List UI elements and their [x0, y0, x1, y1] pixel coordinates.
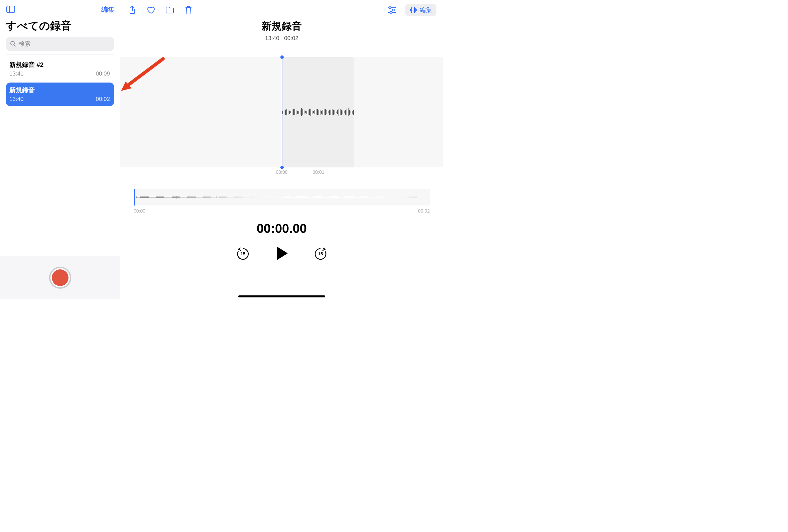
svg-point-12 — [390, 12, 392, 13]
folder-button[interactable] — [164, 5, 175, 15]
svg-rect-0 — [7, 6, 15, 13]
search-field[interactable] — [6, 37, 114, 51]
favorite-button[interactable] — [146, 5, 156, 15]
sidebar-title: すべての録音 — [0, 17, 120, 37]
recording-item[interactable]: 新規録音 #2 13:41 00:09 — [6, 57, 114, 81]
svg-marker-20 — [277, 247, 288, 260]
overview-playhead[interactable] — [134, 189, 135, 205]
search-icon — [10, 41, 16, 47]
recording-duration: 00:09 — [96, 71, 110, 77]
tick-label: 00:01 — [313, 170, 324, 175]
waveform-ticks: 00:00 00:01 — [120, 168, 443, 177]
home-indicator[interactable] — [238, 295, 325, 297]
waveform-icon — [410, 7, 417, 13]
sidebar-edit-button[interactable]: 編集 — [101, 5, 115, 14]
svg-text:15: 15 — [318, 251, 323, 256]
play-button[interactable] — [274, 245, 290, 261]
recording-header: 新規録音 13:40 00:02 — [120, 19, 443, 42]
record-button[interactable] — [49, 267, 71, 289]
sidebar-topbar: 編集 — [0, 0, 120, 17]
record-icon — [52, 269, 68, 286]
playback-time: 00:00.00 — [120, 221, 443, 236]
overview-waveform[interactable] — [134, 189, 430, 205]
svg-text:15: 15 — [241, 251, 245, 256]
share-button[interactable] — [127, 5, 138, 15]
overview-end-label: 00:02 — [418, 208, 430, 214]
recording-time: 13:40 — [9, 96, 24, 103]
skip-back-button[interactable]: 15 — [236, 246, 250, 261]
overview-bars — [136, 195, 427, 199]
svg-point-8 — [389, 7, 391, 9]
main-toolbar: 編集 — [120, 0, 443, 19]
svg-point-4 — [8, 10, 8, 11]
recording-header-time: 13:40 — [265, 35, 279, 41]
svg-point-10 — [392, 9, 394, 11]
options-button[interactable] — [386, 5, 397, 15]
sliders-icon — [387, 6, 396, 14]
trash-icon — [184, 5, 193, 15]
heart-icon — [146, 6, 156, 14]
sidebar-footer — [0, 256, 120, 299]
waveform-main[interactable] — [120, 57, 443, 168]
play-icon — [274, 245, 290, 261]
delete-button[interactable] — [183, 5, 194, 15]
skip-back-15-icon: 15 — [236, 246, 250, 261]
overview-track: 00:00 00:02 — [134, 189, 430, 214]
waveform-edit-label: 編集 — [420, 6, 432, 14]
recording-header-duration: 00:02 — [284, 35, 298, 41]
waveform-playhead[interactable] — [282, 57, 282, 168]
svg-point-2 — [8, 7, 8, 8]
recording-duration: 00:02 — [96, 96, 110, 103]
waveform-edit-button[interactable]: 編集 — [405, 4, 436, 16]
recording-time: 13:41 — [9, 71, 24, 77]
waveform-bars — [282, 108, 354, 116]
recording-title: 新規録音 — [9, 86, 110, 95]
recording-item[interactable]: 新規録音 13:40 00:02 — [6, 82, 114, 106]
skip-forward-15-icon: 15 — [313, 246, 328, 261]
folder-icon — [165, 6, 174, 14]
sidebar: 編集 すべての録音 新規録音 #2 13:41 00:09 新規録音 13:40… — [0, 0, 120, 299]
playback-controls: 15 15 — [120, 245, 443, 261]
svg-point-3 — [8, 9, 8, 9]
recording-list: 新規録音 #2 13:41 00:09 新規録音 13:40 00:02 — [0, 55, 120, 256]
search-input[interactable] — [19, 40, 110, 47]
recording-title: 新規録音 #2 — [9, 60, 110, 69]
sidebar-toggle-icon[interactable] — [5, 4, 16, 15]
share-icon — [128, 5, 136, 15]
overview-start-label: 00:00 — [134, 208, 145, 214]
skip-forward-button[interactable]: 15 — [313, 246, 328, 261]
recording-header-title: 新規録音 — [120, 19, 443, 33]
main-pane: 編集 新規録音 13:40 00:02 00:00 00:01 00:00 00… — [120, 0, 443, 299]
tick-label: 00:00 — [276, 170, 288, 175]
svg-line-6 — [14, 45, 15, 46]
